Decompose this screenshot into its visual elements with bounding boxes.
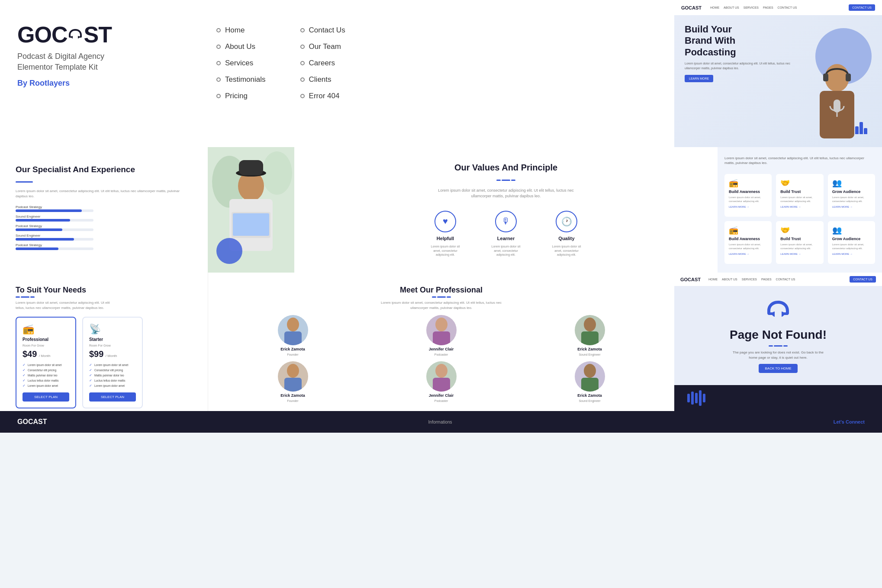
- select-plan-btn-starter[interactable]: SELECT PLAN: [89, 392, 136, 402]
- team-avatar-2: [575, 315, 605, 345]
- svg-point-23: [435, 364, 447, 378]
- skill-5: Podcast Strategy: [16, 243, 192, 250]
- plan-price-professional: $49: [23, 349, 37, 359]
- team-name-4: Jennifer Clair: [429, 393, 454, 398]
- section-top: GOC ST Podcast & Digital Agency Elemento…: [0, 0, 882, 147]
- check-icon: ✓: [89, 363, 92, 367]
- skill-bar-fill-2: [16, 219, 70, 222]
- page-404-desc: The page you are looking for does not ex…: [731, 350, 826, 360]
- team-name-5: Erick Zamota: [577, 393, 602, 398]
- skill-bar-bg-4: [16, 238, 93, 241]
- skill-bar-fill-4: [16, 238, 74, 241]
- service-link-4[interactable]: LEARN MORE →: [780, 253, 819, 255]
- logo-headphone-icon: [67, 26, 84, 43]
- plan-features-starter: ✓Lorem ipsum dolor sit amet ✓Consectetur…: [89, 363, 136, 388]
- skill-bar-fill-1: [16, 209, 82, 212]
- service-link-2[interactable]: LEARN MORE →: [832, 206, 871, 208]
- plan-feature-s4: ✓Lorem ipsum dolor amet: [89, 384, 136, 388]
- pricing-card-starter: 📡 Starter Room For Grow $99 / Month ✓Lor…: [82, 317, 143, 408]
- underline-wave: [16, 181, 33, 183]
- team-member-2: Erick Zamota Sound Engineer: [518, 315, 661, 356]
- service-card-5: 👥 Grow Audience Lorem ipsum dolor sit am…: [828, 221, 875, 264]
- nav-pricing[interactable]: Pricing: [216, 92, 266, 100]
- nav-home[interactable]: Home: [216, 26, 266, 35]
- plan-feature-3: ✓Luctus tellus dolor mattis: [23, 379, 69, 382]
- footer-preview: [674, 385, 882, 411]
- plan-room-starter: Room For Grow: [89, 344, 136, 347]
- nav-testimonials[interactable]: Testimonials: [216, 75, 266, 84]
- logo: GOC ST: [17, 22, 173, 48]
- very-bottom-footer: GOCAST Informations Let's Connect: [0, 411, 882, 433]
- team-title: Meet Our Professional: [221, 286, 661, 295]
- nav-clients[interactable]: Clients: [300, 75, 345, 84]
- nav-team[interactable]: Our Team: [300, 42, 345, 51]
- helpfull-label: Helpfull: [437, 236, 454, 241]
- value-quality: 🕐 Quality Lorem ipsum dolor sit amet, co…: [549, 211, 584, 257]
- check-icon: ✓: [89, 373, 92, 377]
- by-rootlayers: By Rootlayers: [17, 79, 173, 88]
- preview-learn-btn[interactable]: LEARN MORE: [685, 75, 713, 82]
- nav-dot: [216, 28, 221, 32]
- 404-wave: [769, 345, 788, 347]
- nav-about[interactable]: About Us: [216, 42, 266, 51]
- plan-feature-2: ✓Mattis pulvinar dolor leo: [23, 373, 69, 377]
- service-link-5[interactable]: LEARN MORE →: [832, 253, 871, 255]
- nav-dot: [216, 77, 221, 82]
- nav-careers[interactable]: Careers: [300, 59, 345, 67]
- svg-rect-20: [581, 331, 599, 345]
- plan-period-professional: / Month: [39, 354, 51, 358]
- pricing-card-professional: 📻 Professional Room For Grow $49 / Month…: [16, 317, 76, 408]
- check-icon: ✓: [23, 379, 26, 382]
- footer-informations: Informations: [428, 420, 452, 424]
- nav-contact[interactable]: Contact Us: [300, 26, 345, 35]
- nav-dot: [216, 61, 221, 65]
- svg-rect-26: [581, 378, 599, 392]
- service-link-0[interactable]: LEARN MORE →: [729, 206, 767, 208]
- nav-col-2: Contact Us Our Team Careers Clients Erro…: [300, 26, 345, 121]
- team-desc: Lorem ipsum dolor sit amet, consectetur …: [381, 300, 502, 311]
- specialist-image: [208, 147, 294, 273]
- team-role-4: Podcaster: [435, 399, 448, 402]
- team-avatar-0: [278, 315, 308, 345]
- svg-point-25: [584, 364, 596, 378]
- svg-point-15: [287, 318, 299, 331]
- footer-bar-5: [703, 394, 705, 402]
- learner-label: Learner: [497, 236, 515, 241]
- skill-bar-fill-5: [16, 247, 58, 250]
- footer-bar-3: [695, 393, 698, 403]
- nav-404[interactable]: Error 404: [300, 92, 345, 100]
- service-link-3[interactable]: LEARN MORE →: [729, 253, 767, 255]
- service-card-0: 📻 Build Awareness Lorem ipsum dolor sit …: [724, 174, 772, 217]
- preview-404-nav-links: HOME ABOUT US SERVICES PAGES CONTACT US: [708, 278, 846, 281]
- footer-bar-4: [699, 390, 702, 406]
- service-card-1: 🤝 Build Trust Lorem ipsum dolor sit amet…: [776, 174, 823, 217]
- tagline: Podcast & Digital Agency Elementor Templ…: [17, 51, 173, 73]
- pricing-wave: [16, 296, 192, 298]
- team-avatar-4: [426, 361, 457, 392]
- back-home-btn[interactable]: BACK TO HOME: [759, 364, 797, 373]
- values-section: Our Values And Principle Lorem ipsum dol…: [294, 147, 718, 273]
- plan-name-starter: Starter: [89, 337, 136, 342]
- specialist-desc: Lorem ipsum dolor sit amet, consectetur …: [16, 189, 192, 199]
- team-role-3: Founder: [287, 399, 298, 402]
- plan-icon-professional: 📻: [23, 324, 69, 335]
- plan-name-professional: Professional: [23, 337, 69, 342]
- hero-preview: GOCAST HOME ABOUT US SERVICES PAGES CONT…: [674, 0, 882, 147]
- preview-404-contact-btn[interactable]: CONTACT US: [850, 276, 876, 283]
- value-helpfull: ♥ Helpfull Lorem ipsum dolor sit amet, c…: [428, 211, 463, 257]
- service-card-3: 📻 Build Awareness Lorem ipsum dolor sit …: [724, 221, 772, 264]
- svg-rect-2: [823, 74, 828, 81]
- preview-contact-btn[interactable]: CONTACT US: [849, 4, 875, 11]
- nav-col-1: Home About Us Services Testimonials Pric…: [216, 26, 266, 121]
- team-role-2: Sound Engineer: [579, 353, 600, 356]
- services-header-text: Lorem ipsum dolor sit amet, consectetur …: [724, 156, 875, 170]
- service-link-1[interactable]: LEARN MORE →: [780, 206, 819, 208]
- team-member-1: Jennifer Clair Podcaster: [370, 315, 513, 356]
- learner-desc: Lorem ipsum dolor sit amet, consectetur …: [489, 244, 523, 257]
- select-plan-btn-professional[interactable]: SELECT PLAN: [23, 392, 69, 402]
- skill-3: Podcast Strategy: [16, 224, 192, 231]
- value-learner: 🎙 Learner Lorem ipsum dolor sit amet, co…: [489, 211, 523, 257]
- preview-nav-links: HOME ABOUT US SERVICES PAGES CONTACT US: [710, 6, 844, 9]
- preview-person-area: [807, 24, 872, 138]
- nav-services[interactable]: Services: [216, 59, 266, 67]
